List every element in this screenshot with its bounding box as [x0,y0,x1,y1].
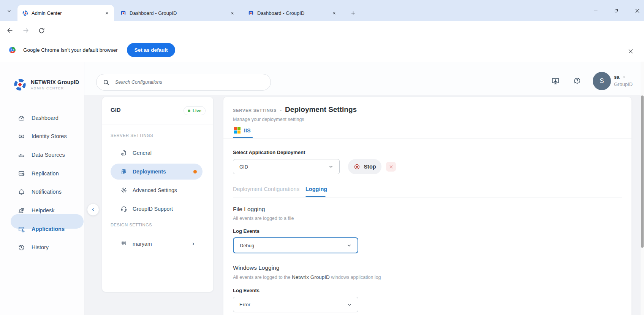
gauge-icon [17,114,25,122]
tab-title: Dashboard - GroupID [130,10,226,16]
sidebar-item-replication[interactable]: Replication [0,166,84,181]
groupid-favicon [22,10,28,16]
helpdesk-icon [17,207,25,215]
config-item-advanced-settings[interactable]: Advanced Settings [102,182,214,198]
windows-log-events-select[interactable]: Error [233,297,358,312]
tab-close-button[interactable] [331,10,337,16]
back-button[interactable] [5,25,15,35]
stop-icon [353,163,361,170]
tab-close-button[interactable] [229,10,236,16]
tab-title: Admin Center [32,10,100,16]
breadcrumb-section: SERVER SETTINGS [233,108,277,113]
set-as-default-button[interactable]: Set as default [127,43,176,57]
groupid-logo-icon [13,78,27,92]
file-log-events-select[interactable]: Debug [233,237,358,253]
gear-icon [120,186,128,194]
window-minimize-button[interactable] [588,5,604,16]
tab-iis[interactable]: IIS [234,127,251,134]
history-clock-icon [17,243,25,251]
infobar-close-button[interactable] [626,47,635,56]
monitor-user-icon [551,76,560,86]
status-badge: Live [184,106,206,115]
file-logging-description: All events are logged to a file [233,216,294,221]
divider [223,138,631,138]
deployment-select[interactable]: GID [233,159,340,174]
brand-name: NETWRIX GroupID [31,79,79,85]
sidebar-item-data-sources[interactable]: Data Sources [0,147,84,162]
search-icon [103,79,110,86]
netwrix-brand-text: Netwrix GroupID [292,274,330,280]
scrollbar-thumb[interactable] [641,95,644,248]
data-sources-icon [17,151,25,159]
globe-deploy-icon [120,168,128,175]
chevron-down-icon [347,302,353,308]
chevron-right-icon[interactable] [190,241,196,247]
tab-separator [344,8,344,15]
windows-logging-description: All events are logged to the Netwrix Gro… [233,274,381,280]
forward-button[interactable] [21,25,31,35]
stop-button[interactable]: Stop [348,159,381,174]
user-avatar[interactable]: S [593,72,611,90]
close-icon [332,11,336,15]
close-icon [635,8,640,14]
session-monitor-button[interactable] [551,76,560,86]
help-bubble-icon [573,76,582,85]
tab-deployment-configurations[interactable]: Deployment Configurations [233,186,299,192]
topbar-divider [567,76,567,86]
chrome-icon [9,47,16,53]
file-log-events-label: Log Events [233,228,259,234]
sidebar-item-dashboard[interactable]: Dashboard [0,110,84,126]
config-item-deployments[interactable]: Deployments [102,164,214,180]
default-browser-infobar: Google Chrome isn't your default browser… [0,39,644,61]
close-icon [389,164,394,169]
browser-tab-dashboard-2[interactable]: Dashboard - GroupID [243,5,341,21]
sidebar-item-applications[interactable]: Applications [0,221,84,237]
tab-search-button[interactable] [4,6,14,16]
browser-tab-dashboard-1[interactable]: Dashboard - GroupID [116,5,239,21]
live-dot-icon [188,110,190,112]
config-item-general[interactable]: General [102,145,214,161]
chevron-down-icon [328,164,334,170]
page-title: Deployment Settings [285,105,357,114]
tab-separator [241,8,241,15]
windows-log-events-label: Log Events [233,288,259,293]
tab-logging[interactable]: Logging [305,186,327,192]
page-scrollbar[interactable] [641,62,644,315]
plus-icon [350,10,356,16]
headset-icon [120,205,128,213]
user-menu[interactable]: sa [614,74,626,80]
tab-close-button[interactable] [103,10,110,16]
sidebar-collapse-button[interactable] [87,204,99,216]
browser-tab-strip: Admin Center Dashboard - GroupID Dashboa… [0,0,644,21]
username: sa [614,74,619,80]
replication-icon [17,170,25,178]
sidebar-item-identity-stores[interactable]: Identity Stores [0,129,84,144]
browser-tab-admin-center[interactable]: Admin Center [17,5,114,21]
divider [233,197,622,197]
brand: NETWRIX GroupID ADMIN CENTER [13,78,79,92]
sidebar-item-history[interactable]: History [0,240,84,255]
deployment-settings-panel: SERVER SETTINGS - Deployment Settings Ma… [223,97,632,315]
config-item-maryam[interactable]: maryam [102,236,214,252]
chevron-left-icon [90,207,96,213]
admin-center-app: NETWRIX GroupID ADMIN CENTER Dashboard I… [0,62,644,315]
forward-icon [22,27,30,34]
restore-icon [614,8,619,13]
new-tab-button[interactable] [348,8,358,18]
config-item-groupid-support[interactable]: GroupID Support [102,201,214,217]
divider [102,124,213,124]
reload-button[interactable] [36,25,46,35]
config-panel: GID Live SERVER SETTINGS General Deploym… [102,97,214,292]
dismiss-deployment-button[interactable] [386,162,396,172]
help-button[interactable] [573,76,582,85]
breadcrumb-separator: - [280,108,282,113]
pending-change-dot [193,170,197,173]
minimize-icon [593,8,598,13]
chevron-down-icon [6,8,12,14]
window-restore-button[interactable] [608,5,624,16]
search-input[interactable] [114,79,264,85]
search-bar[interactable] [96,74,271,91]
window-close-button[interactable] [629,5,644,16]
close-icon [628,48,634,54]
sidebar-item-notifications[interactable]: Notifications [0,184,84,199]
